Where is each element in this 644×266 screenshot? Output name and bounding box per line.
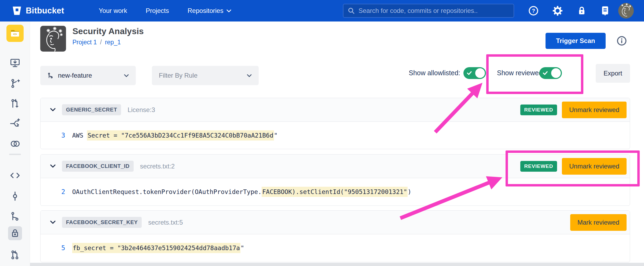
code-line-number: 3 — [58, 132, 65, 139]
nav-projects[interactable]: Projects — [146, 0, 169, 21]
sidebar-item-clone[interactable] — [9, 57, 21, 69]
svg-text:?: ? — [532, 8, 535, 14]
collapse-chevron-icon[interactable] — [50, 164, 56, 168]
feedback-button[interactable] — [599, 5, 611, 17]
sidebar-item-commits[interactable] — [9, 190, 21, 202]
unmark-reviewed-button[interactable]: Unmark reviewed — [562, 102, 627, 118]
nav-repositories[interactable]: Repositories — [188, 0, 231, 21]
finding-card-facebook-client-id: FACEBOOK_CLIENT_ID secrets.txt:2 REVIEWE… — [40, 154, 630, 206]
avatar-face-art — [40, 26, 66, 52]
toggle-knob — [551, 68, 561, 78]
unmark-reviewed-button[interactable]: Unmark reviewed — [562, 158, 627, 175]
finding-code-row: 5 fb_secret = "3b2e464637e5159024254dd78… — [41, 234, 630, 262]
help-button[interactable]: ? — [528, 5, 539, 17]
nav-your-work[interactable]: Your work — [99, 0, 127, 21]
sidebar-item-pull-requests[interactable] — [9, 249, 21, 261]
source-code-icon — [10, 170, 20, 181]
secret-highlight: fb_secret = "3b2e464637e5159024254dd78aa… — [72, 243, 240, 253]
page-title: Security Analysis — [72, 26, 144, 36]
commits-icon — [10, 191, 20, 201]
sidebar-item-pipelines[interactable] — [9, 118, 21, 130]
gear-icon — [552, 5, 563, 16]
compare-icon — [10, 139, 20, 149]
rule-badge: FACEBOOK_SECRET_KEY — [62, 217, 142, 228]
sidebar-item-compare[interactable] — [9, 138, 21, 150]
mark-reviewed-button[interactable]: Mark reviewed — [570, 214, 627, 231]
finding-location: License:3 — [127, 106, 155, 114]
repo-folder-icon: <> — [10, 28, 20, 39]
rule-badge: GENERIC_SECRET — [62, 104, 121, 115]
security-lock-button[interactable] — [576, 5, 588, 17]
finding-card-generic-secret: GENERIC_SECRET License:3 REVIEWED Unmark… — [40, 98, 630, 149]
secret-highlight: FACEBOOK).setClientId("950513172001321" — [262, 187, 408, 197]
finding-location: secrets.txt:5 — [148, 219, 183, 226]
rule-badge: FACEBOOK_CLIENT_ID — [62, 161, 134, 172]
code-line-number: 5 — [58, 244, 65, 252]
svg-text:<>: <> — [13, 32, 17, 36]
pull-requests-icon — [10, 250, 20, 260]
sidebar-divider — [9, 154, 21, 155]
breadcrumb: Project 1/rep_1 — [72, 39, 121, 46]
finding-code-row: 3 AWS Secret = "7ce556A3bD234Cc1Ff9E8A5C… — [41, 122, 630, 149]
feedback-icon — [600, 5, 610, 16]
settings-button[interactable] — [552, 5, 564, 17]
show-reviewed-toggle[interactable] — [539, 67, 562, 79]
branch-selector[interactable]: new-feature — [40, 66, 136, 85]
show-reviewed-label: Show reviewed: — [497, 69, 544, 77]
clone-icon — [10, 58, 20, 68]
create-pr-icon — [10, 98, 20, 109]
repo-avatar[interactable]: <> — [6, 25, 24, 42]
brand-title[interactable]: Bitbucket — [26, 0, 64, 21]
info-button[interactable] — [616, 35, 627, 46]
finding-header: GENERIC_SECRET License:3 REVIEWED Unmark… — [41, 98, 630, 122]
global-search[interactable] — [343, 4, 514, 18]
show-allowlisted-toggle[interactable] — [463, 67, 486, 79]
code-suffix: " — [240, 245, 244, 251]
export-button[interactable]: Export — [596, 64, 630, 83]
chevron-down-icon — [124, 74, 129, 77]
finding-header: FACEBOOK_SECRET_KEY secrets.txt:5 Mark r… — [41, 211, 630, 234]
rule-filter-selector[interactable]: Filter By Rule — [152, 66, 259, 85]
user-avatar[interactable] — [618, 3, 634, 19]
chevron-down-icon — [226, 9, 231, 12]
code-prefix: OAuthClientRequest.tokenProvider(OAuthPr… — [72, 188, 262, 195]
code-line: AWS Secret = "7ce556A3bD234Cc1Ff9E8A5C32… — [72, 132, 278, 139]
rule-filter-placeholder: Filter By Rule — [159, 72, 197, 79]
bitbucket-logo-icon[interactable] — [12, 6, 22, 16]
breadcrumb-separator: / — [97, 39, 105, 46]
trigger-scan-button[interactable]: Trigger Scan — [546, 33, 606, 49]
secret-highlight: Secret = "7ce556A3bD234Cc1Ff9E8A5C324C0b… — [87, 130, 274, 141]
help-icon: ? — [528, 5, 539, 16]
search-input[interactable] — [358, 7, 509, 15]
sidebar-item-create-branch[interactable] — [9, 77, 21, 89]
security-lock-icon — [10, 228, 20, 238]
toggle-knob — [475, 68, 485, 78]
left-sidebar: <> — [0, 21, 30, 266]
code-suffix: ) — [408, 188, 411, 195]
sidebar-item-security[interactable] — [8, 226, 22, 240]
check-icon — [466, 70, 472, 76]
top-navbar: Bitbucket Your work Projects Repositorie… — [0, 0, 644, 21]
finding-card-facebook-secret-key: FACEBOOK_SECRET_KEY secrets.txt:5 Mark r… — [40, 210, 630, 262]
finding-code-row: 2 OAuthClientRequest.tokenProvider(OAuth… — [41, 178, 630, 206]
reviewed-status-badge: REVIEWED — [520, 161, 557, 172]
breadcrumb-project-link[interactable]: Project 1 — [72, 39, 97, 46]
chevron-down-icon — [247, 74, 252, 77]
info-icon — [616, 35, 627, 46]
sidebar-item-source[interactable] — [9, 170, 21, 181]
code-line-number: 2 — [58, 188, 65, 196]
code-line: fb_secret = "3b2e464637e5159024254dd78aa… — [72, 245, 244, 251]
code-line: OAuthClientRequest.tokenProvider(OAuthPr… — [72, 188, 411, 195]
collapse-chevron-icon[interactable] — [50, 221, 56, 224]
branch-icon — [47, 72, 54, 79]
breadcrumb-repo-link[interactable]: rep_1 — [105, 39, 121, 46]
main-content: Security Analysis Project 1/rep_1 Trigge… — [30, 21, 644, 266]
check-icon — [542, 70, 548, 76]
search-icon — [348, 7, 355, 14]
finding-header: FACEBOOK_CLIENT_ID secrets.txt:2 REVIEWE… — [41, 154, 630, 178]
sidebar-item-branches[interactable] — [9, 210, 21, 222]
collapse-chevron-icon[interactable] — [50, 108, 56, 112]
sidebar-item-create-pull-request[interactable] — [9, 98, 21, 109]
bottom-strip — [30, 263, 644, 266]
project-avatar — [40, 26, 66, 52]
